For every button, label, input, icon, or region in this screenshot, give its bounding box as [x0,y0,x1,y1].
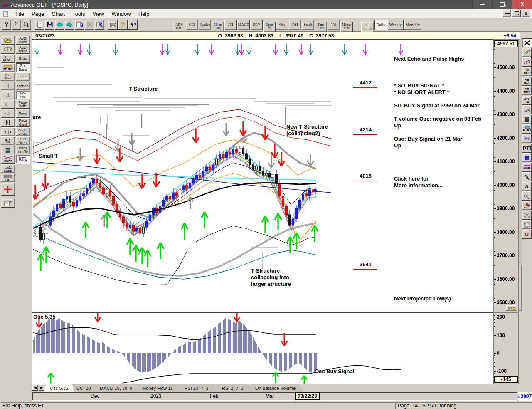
tool-compress-bars-button[interactable] [1,118,15,127]
child-minimize-button[interactable] [502,10,511,17]
oscillator-canvas[interactable] [33,313,493,384]
expand-button[interactable] [522,211,532,220]
study-seasonals-button[interactable]: Seas-onals [16,127,30,136]
tab-osc-5-35[interactable]: Osc 5,35 [43,384,75,392]
chart-vertical-scrollbar[interactable] [518,39,522,312]
chart-annotation-link[interactable]: Click here for [394,176,429,182]
help-button[interactable]: ? [118,20,128,30]
magnet-button[interactable]: U [522,230,532,239]
restore-button[interactable] [492,0,512,9]
menu-page[interactable]: Page [28,10,48,18]
tool-page-properties-button[interactable] [1,199,15,208]
tool-lines-button[interactable]: LINES [1,155,15,164]
close-button[interactable]: X [512,0,532,9]
tab-macd-19-39-9[interactable]: MACD 19, 39, 9 [93,384,140,392]
pti-button[interactable]: PTI [522,144,532,153]
tool-expand-bars-button[interactable] [1,127,15,136]
tool-elliott-button[interactable]: Elliott [1,72,15,81]
study-autogann-button[interactable]: AutoGann [16,36,30,45]
indicator-osc-button[interactable]: Osc [276,20,288,30]
find-button[interactable] [22,20,31,30]
mob-button[interactable]: MOB [522,163,532,172]
next-page-button[interactable] [65,20,74,30]
study-tradeprofile-button[interactable]: TradeProfile [16,146,30,154]
indicator-jti-button[interactable]: JTI [224,20,237,30]
indicator-stoch-button[interactable]: Stoch [302,20,314,30]
menu-help[interactable]: Help [135,10,153,18]
tool-scroll-down-button[interactable]: ⇩ [1,91,15,99]
context-help-button[interactable]: ? [128,20,138,30]
fib-time-button[interactable]: FIBTIME [522,86,532,95]
study-bolband-button[interactable]: BolBand [16,63,30,72]
print-button[interactable] [108,20,118,30]
tool-reset-button[interactable]: ⇐⇒RESET [1,54,15,63]
tool-scales-button[interactable] [1,45,15,54]
text-tool-button[interactable]: A [522,182,532,191]
tool-gann-button[interactable]: GANN [1,164,15,173]
fib-extension-button[interactable]: FIBEXT [522,77,532,86]
zoom-tool-button[interactable] [522,191,532,201]
tool-grid-button[interactable]: ▦ [1,146,15,154]
blue-grid-button[interactable]: ▦ [522,153,532,162]
period-monthly-button[interactable]: Monthly [404,20,421,30]
tool-squeeze-bars-button[interactable] [1,136,15,145]
menu-view[interactable]: View [89,10,108,18]
child-close-button[interactable]: x [522,10,530,17]
gann-fan-button[interactable] [522,105,532,114]
tab-rsi-2-7-3[interactable]: RSI 2, 7, 3 [213,384,252,392]
indicator-obv-button[interactable]: OBV [250,20,263,30]
fib-retracement-button[interactable]: FIBRET [522,67,532,76]
delete-x-button[interactable] [522,38,532,47]
period-weekly-button[interactable]: Weekly [387,20,403,30]
refresh-page-button[interactable] [75,20,84,30]
tab-money-flow-11[interactable]: Money Flow 11 [135,384,180,392]
tab-on-balance-volume[interactable]: On Balance Volume [248,384,303,392]
indicator-cycles-button[interactable]: Cycles [199,20,211,30]
indicator-elliott-trig-button[interactable]: ElliottTrig [212,22,224,32]
study-parabolic-button[interactable]: Para-bolic [16,100,30,109]
tool-crosshair-button[interactable] [1,183,15,196]
ellipse-button[interactable]: ELIPS [522,124,532,134]
save-page-button[interactable] [45,20,54,30]
tool-scroll-up-button[interactable]: ⇧ [1,82,15,90]
pages-button[interactable] [522,220,532,229]
new-page-button[interactable] [35,20,44,30]
indicator-macd-button[interactable]: MACD [237,20,250,30]
study-autotrend-button[interactable]: AutoTrend [16,45,30,54]
period-60-minute-button[interactable]: 60Minute [361,22,374,32]
tab-rsi-14-7-3[interactable]: RSI 14, 7, 3 [175,384,217,392]
indicator-rsi-button[interactable]: RSI [289,20,301,30]
study-bias-button[interactable]: Bias [16,54,30,63]
find-one-button[interactable]: 1 [522,172,532,181]
tab-scroll-left-button[interactable]: ◀ [32,384,38,391]
pin-button[interactable] [2,20,11,30]
period-daily-button[interactable]: Daily [374,20,387,30]
tool-scroll-right-button[interactable]: ⇨ [1,109,15,118]
child-restore-button[interactable] [512,10,521,17]
trend-lines-button[interactable] [522,57,532,67]
minimize-button[interactable] [472,0,492,9]
quotes-button[interactable]: ” [12,20,21,30]
tool-open-chart-button[interactable] [1,36,15,45]
indicator-cci-button[interactable]: CCI [186,20,198,30]
menu-window[interactable]: Window [108,10,134,18]
prev-page-button[interactable] [55,20,64,30]
study-donch-button[interactable]: Donch [16,82,30,90]
indicator-adx-dmi-button[interactable]: ADXDMI [173,22,185,32]
study-priceclust-button[interactable]: PriceClust [16,118,30,127]
indicator-money-flow-button[interactable]: Moneyflow [340,22,353,32]
delete-pages-button[interactable] [95,20,104,30]
tool-study-button[interactable]: STUDY [1,63,15,72]
indicator-vol-button[interactable]: Vol [328,20,340,30]
chart-annotation-link[interactable]: More Information... [394,182,443,188]
highlighter-button[interactable] [522,201,532,210]
tab-scroll-right-button[interactable]: ▶ [39,384,44,391]
indicator-open-int-button[interactable]: OpenInt [263,22,276,32]
oscillator-panel[interactable] [32,312,494,384]
study-xtl-button[interactable]: XTL [16,155,30,164]
menu-file[interactable]: File [12,10,28,18]
study-tjsweb-button[interactable]: TJ'sWeb [16,136,30,145]
scale-options-button[interactable] [506,305,517,311]
tool-scroll-left-button[interactable]: ⇦ [1,100,15,109]
pencil-button[interactable] [522,48,532,57]
